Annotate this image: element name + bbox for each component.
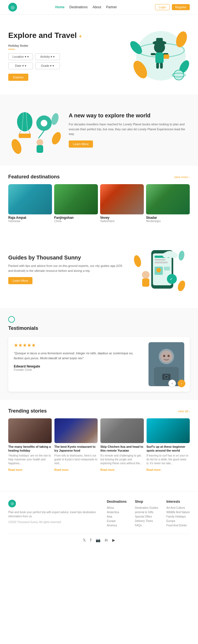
- trending-view-all-link[interactable]: view all ›: [178, 410, 190, 413]
- trending-grid: The many benefits of taking a healing ho…: [8, 418, 190, 472]
- prev-testimonial-button[interactable]: ‹: [168, 380, 176, 387]
- footer-delivery[interactable]: Delivery Times: [135, 519, 158, 523]
- trending-card-2: The best Kyoto restaurant to try Japanes…: [54, 418, 98, 472]
- read-more-1[interactable]: Read more: [8, 468, 23, 471]
- trending-desc-4: If learning to surf has in on your to-do…: [147, 454, 190, 465]
- hero-illustration: [118, 26, 190, 86]
- grade-select[interactable]: Grade ▾: [35, 62, 60, 69]
- svg-rect-10: [156, 63, 159, 69]
- nav-about[interactable]: About: [92, 5, 101, 9]
- guides-section: Guides by Thousand Sunny Packed with tip…: [0, 231, 198, 308]
- trending-title: Trending stories: [8, 408, 47, 414]
- footer-food[interactable]: Food And Drinks: [166, 524, 190, 527]
- footer-asia[interactable]: Asia: [107, 515, 127, 518]
- svg-point-53: [167, 355, 170, 357]
- footer-africa[interactable]: Africa: [107, 506, 127, 509]
- explore-button[interactable]: Explore: [8, 74, 28, 81]
- explore-world-title: A new way to explore the world: [69, 112, 190, 119]
- read-more-3[interactable]: Read more: [100, 468, 115, 471]
- footer-europe-int[interactable]: Europe: [166, 519, 190, 523]
- trending-title-1: The many benefits of taking a healing ho…: [8, 445, 52, 453]
- footer-art[interactable]: Art And Culture: [166, 506, 190, 509]
- svg-text:✓: ✓: [170, 277, 173, 281]
- learn-more-button[interactable]: Learn More: [69, 140, 93, 148]
- twitter-icon[interactable]: 𝕏: [83, 538, 86, 542]
- footer-logo-icon: [8, 500, 16, 507]
- footer-special-offers[interactable]: Special Offers: [135, 515, 158, 518]
- read-more-4[interactable]: Read more: [147, 468, 161, 471]
- testimonial-stars: ★★★★★: [14, 342, 143, 348]
- dest-card-3[interactable]: Vevey Switzerland: [100, 184, 144, 223]
- date-select[interactable]: Date ▾: [8, 62, 33, 69]
- svg-point-27: [10, 138, 23, 155]
- footer-col-title-2: Shop: [135, 500, 158, 504]
- svg-point-17: [17, 112, 32, 131]
- trending-card-3: Skip Chichen Itza and head to this remot…: [100, 418, 144, 472]
- testimonial-author: Edward Newgate: [14, 364, 143, 368]
- dest-name-2: Fanjingshan: [54, 216, 98, 220]
- svg-rect-7: [155, 52, 164, 63]
- trending-desc-3: It's remote and challenging to get, but …: [100, 454, 144, 465]
- trending-desc-2: From tofu to teahouses, here's our guide…: [54, 454, 98, 465]
- nav-partner[interactable]: Partner: [106, 5, 117, 9]
- testimonial-role: Founder Circle: [14, 368, 143, 371]
- footer-europe-dest[interactable]: Europe: [107, 519, 127, 523]
- footer-faqs[interactable]: FAQs: [135, 524, 158, 527]
- svg-rect-11: [160, 63, 163, 69]
- register-button[interactable]: Register: [172, 4, 190, 10]
- hero-title: Explore and Travel+: [8, 31, 118, 40]
- svg-point-52: [163, 355, 165, 357]
- dest-name-4: Skadar: [146, 216, 190, 220]
- guides-title: Guides by Thousand Sunny: [8, 255, 124, 261]
- spacer: [0, 480, 198, 491]
- svg-rect-41: [142, 278, 149, 287]
- instagram-icon[interactable]: 📷: [96, 538, 100, 542]
- svg-rect-34: [155, 262, 168, 263]
- svg-point-40: [142, 271, 150, 279]
- nav-links: Home Destinations About Partner: [55, 5, 117, 9]
- activity-select[interactable]: Activity ▾: [35, 53, 60, 60]
- guides-learn-more-button[interactable]: Learn More: [8, 277, 32, 284]
- dest-card-1[interactable]: Raja Ampat Indonesia: [8, 184, 52, 223]
- hero-section: Explore and Travel+ Holiday finder Locat…: [0, 15, 198, 94]
- svg-rect-8: [151, 53, 156, 55]
- login-button[interactable]: Login: [155, 4, 170, 10]
- featured-header: Featured destinations view more ›: [8, 174, 190, 180]
- footer-america[interactable]: America: [107, 524, 127, 527]
- footer-destinations-col: Destinations Africa Antarctica Asia Euro…: [107, 500, 127, 528]
- trending-img-1: [8, 418, 52, 443]
- view-more-link[interactable]: view more ›: [174, 175, 190, 179]
- svg-point-43: [177, 280, 186, 292]
- footer-wildlife[interactable]: Wildlife And Nature: [166, 511, 190, 514]
- nav-destinations[interactable]: Destinations: [69, 5, 87, 9]
- trending-title-2: The best Kyoto restaurant to try Japanes…: [54, 445, 98, 453]
- testimonial-nav-arrows: ‹ ›: [168, 380, 185, 387]
- footer-antarctica[interactable]: Antarctica: [107, 511, 127, 514]
- location-select[interactable]: Location ▾: [8, 53, 33, 60]
- read-more-2[interactable]: Read more: [54, 468, 69, 471]
- linkedin-icon[interactable]: in: [105, 538, 108, 542]
- next-testimonial-button[interactable]: ›: [178, 380, 185, 387]
- featured-destinations-section: Featured destinations view more › Raja A…: [0, 166, 198, 231]
- trending-section: Trending stories view all › The many ben…: [0, 400, 198, 480]
- hero-form-row-2: Date ▾ Grade ▾: [8, 62, 118, 69]
- nav-home[interactable]: Home: [55, 5, 64, 9]
- footer-family[interactable]: Family Holidays: [166, 515, 190, 518]
- footer-logo: [8, 500, 98, 507]
- dest-card-2[interactable]: Fanjingshan China: [54, 184, 98, 223]
- trending-card-1: The many benefits of taking a healing ho…: [8, 418, 52, 472]
- dest-card-4[interactable]: Skadar Montenegro: [146, 184, 190, 223]
- featured-title: Featured destinations: [8, 174, 60, 180]
- explore-world-section: A new way to explore the world For decad…: [0, 94, 198, 166]
- guides-illustration: ✓: [129, 239, 190, 300]
- hero-form-row-1: Location ▾ Activity ▾: [8, 53, 118, 60]
- svg-point-42: [133, 255, 142, 268]
- nav-logo: [8, 3, 17, 12]
- hero-plus-icon: +: [79, 34, 82, 39]
- footer-dest-guides[interactable]: Destination Guides: [135, 506, 158, 509]
- hero-divider: [8, 49, 15, 49]
- footer-pictorial[interactable]: pictorial & Gifts: [135, 511, 158, 514]
- dest-name-3: Vevey: [100, 216, 144, 220]
- youtube-icon[interactable]: ▶: [112, 538, 115, 542]
- facebook-icon[interactable]: f: [90, 538, 91, 542]
